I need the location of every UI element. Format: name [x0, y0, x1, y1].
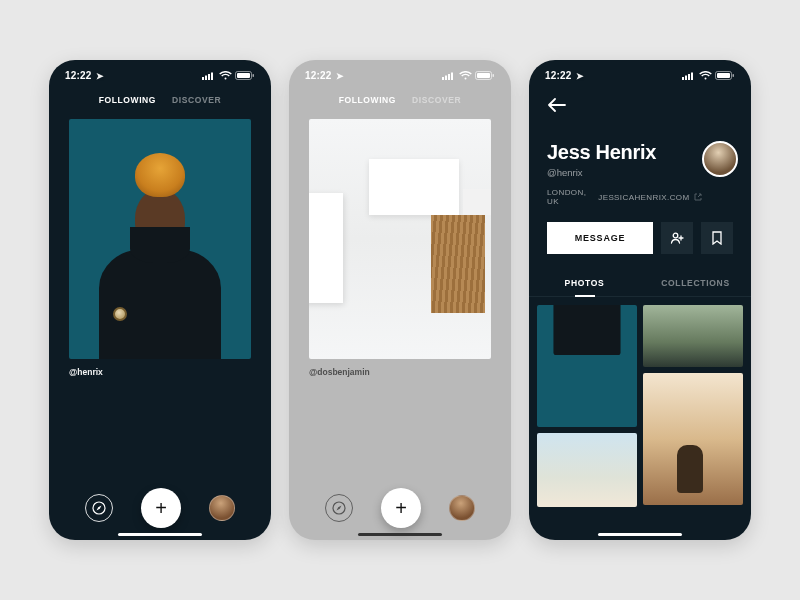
feed-photo[interactable] [309, 119, 491, 359]
profile-name: Jess Henrix [547, 141, 702, 164]
photo-gallery [529, 297, 751, 507]
svg-rect-19 [691, 73, 693, 81]
cellular-icon [202, 71, 216, 80]
plus-icon: + [395, 497, 407, 520]
create-button[interactable]: + [141, 488, 181, 528]
cellular-icon [682, 71, 696, 80]
svg-rect-9 [445, 76, 447, 81]
home-indicator[interactable] [598, 533, 682, 537]
location-icon: ➤ [576, 71, 584, 81]
wifi-icon [219, 71, 232, 80]
wifi-icon [699, 71, 712, 80]
home-indicator[interactable] [358, 533, 442, 537]
feed-tabs: FOLLOWING DISCOVER [49, 85, 271, 113]
profile-avatar-button[interactable] [449, 495, 475, 521]
bottom-nav: + [49, 488, 271, 528]
location-icon: ➤ [336, 71, 344, 81]
status-bar: 12:22 ➤ [529, 60, 751, 85]
bookmark-button[interactable] [701, 222, 733, 254]
bottom-nav: + [289, 488, 511, 528]
bookmark-icon [711, 231, 723, 245]
svg-rect-10 [448, 74, 450, 80]
status-indicators [202, 71, 255, 80]
svg-rect-18 [688, 74, 690, 80]
feed-photo[interactable] [69, 119, 251, 359]
gallery-thumb[interactable] [537, 305, 637, 427]
tab-discover[interactable]: DISCOVER [172, 95, 221, 105]
status-bar: 12:22 ➤ [49, 60, 271, 85]
profile-header: Jess Henrix @henrix LONDON, UK JESSICAHE… [529, 119, 751, 218]
tab-following[interactable]: FOLLOWING [339, 95, 396, 105]
svg-rect-5 [237, 73, 250, 78]
add-user-button[interactable] [661, 222, 693, 254]
cellular-icon [442, 71, 456, 80]
svg-rect-21 [717, 73, 730, 78]
status-time: 12:22 [305, 70, 332, 81]
plus-icon: + [155, 497, 167, 520]
svg-rect-1 [205, 76, 207, 81]
svg-rect-17 [685, 76, 687, 81]
tab-collections[interactable]: COLLECTIONS [640, 268, 751, 296]
compass-icon [332, 501, 346, 515]
compass-icon [92, 501, 106, 515]
status-time: 12:22 [545, 70, 572, 81]
avatar[interactable] [702, 141, 738, 177]
gallery-thumb[interactable] [537, 433, 637, 507]
photo-portrait [95, 149, 225, 359]
feed-tabs: FOLLOWING DISCOVER [289, 85, 511, 113]
message-button[interactable]: MESSAGE [547, 222, 653, 254]
status-indicators [442, 71, 495, 80]
tab-photos[interactable]: PHOTOS [529, 268, 640, 296]
screen-profile: 12:22 ➤ Jess Henrix @henrix LONDON, UK J… [529, 60, 751, 540]
battery-icon [475, 71, 495, 80]
tab-discover[interactable]: DISCOVER [412, 95, 461, 105]
battery-icon [235, 71, 255, 80]
photo-author-handle[interactable]: @henrix [69, 367, 271, 377]
photo-author-handle[interactable]: @dosbenjamin [309, 367, 511, 377]
profile-location: LONDON, UK [547, 188, 586, 206]
wifi-icon [459, 71, 472, 80]
external-link-icon [694, 193, 702, 201]
profile-actions: MESSAGE [529, 218, 751, 268]
profile-website-link[interactable]: JESSICAHENRIX.COM [598, 193, 689, 202]
explore-button[interactable] [325, 494, 353, 522]
gallery-thumb[interactable] [643, 373, 743, 505]
back-button[interactable] [543, 91, 571, 119]
profile-tabs: PHOTOS COLLECTIONS [529, 268, 751, 297]
svg-rect-2 [208, 74, 210, 80]
profile-avatar-button[interactable] [209, 495, 235, 521]
explore-button[interactable] [85, 494, 113, 522]
create-button[interactable]: + [381, 488, 421, 528]
screen-feed-dark: 12:22 ➤ FOLLOWING DISCOVER @henrix + [49, 60, 271, 540]
arrow-left-icon [548, 98, 566, 112]
svg-rect-13 [477, 73, 490, 78]
battery-icon [715, 71, 735, 80]
user-plus-icon [670, 231, 684, 245]
svg-rect-8 [442, 77, 444, 80]
tab-following[interactable]: FOLLOWING [99, 95, 156, 105]
svg-rect-3 [211, 73, 213, 81]
status-time: 12:22 [65, 70, 92, 81]
home-indicator[interactable] [118, 533, 202, 537]
svg-rect-14 [493, 74, 495, 77]
screen-feed-light: 12:22 ➤ FOLLOWING DISCOVER @dosbenjamin … [289, 60, 511, 540]
location-icon: ➤ [96, 71, 104, 81]
svg-rect-6 [253, 74, 255, 77]
svg-point-23 [673, 233, 678, 238]
svg-rect-16 [682, 77, 684, 80]
profile-handle: @henrix [547, 167, 702, 178]
status-bar: 12:22 ➤ [289, 60, 511, 85]
svg-rect-11 [451, 73, 453, 81]
status-indicators [682, 71, 735, 80]
svg-rect-22 [733, 74, 735, 77]
svg-rect-0 [202, 77, 204, 80]
gallery-thumb[interactable] [643, 305, 743, 367]
